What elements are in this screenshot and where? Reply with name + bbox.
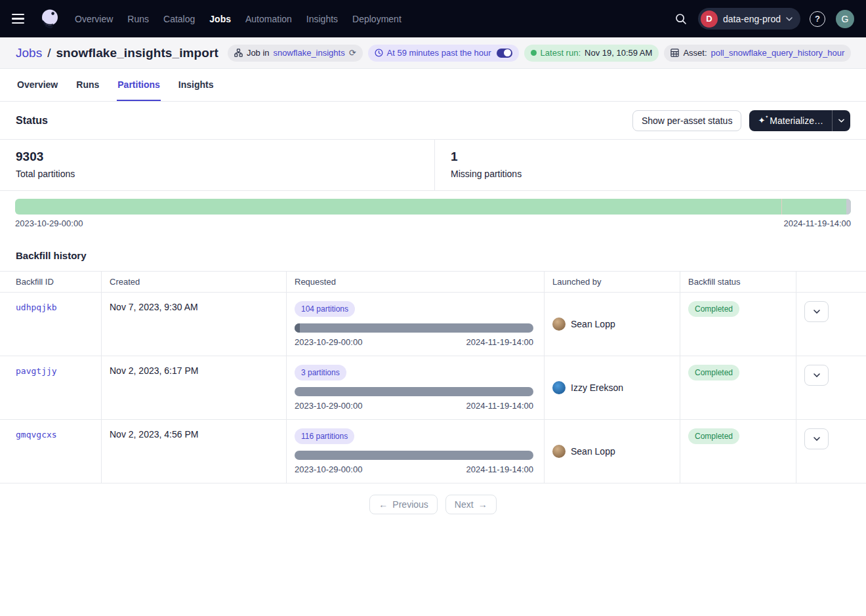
run-status-dot <box>531 50 537 56</box>
status-badge: Completed <box>688 301 739 317</box>
job-location-badge: Job in snowflake_insights ⟳ <box>228 45 363 62</box>
total-partitions-value: 9303 <box>16 150 419 164</box>
schedule-badge: At 59 minutes past the hour <box>368 45 519 62</box>
total-partitions-label: Total partitions <box>16 169 419 179</box>
table-row: gmqvgcxs Nov 2, 2023, 4:56 PM 116 partit… <box>0 420 866 483</box>
requested-partitions-badge: 104 partitions <box>295 301 355 317</box>
launched-by-name: Izzy Erekson <box>571 382 623 393</box>
avatar <box>552 381 566 394</box>
stat-missing-partitions: 1 Missing partitions <box>435 140 537 190</box>
nav-item-catalog[interactable]: Catalog <box>163 14 195 24</box>
asset-label: Asset: <box>683 48 707 58</box>
next-label: Next <box>455 499 474 510</box>
missing-partitions-value: 1 <box>451 150 522 164</box>
breadcrumb-jobs-link[interactable]: Jobs <box>16 46 42 60</box>
arrow-right-icon: → <box>478 499 487 510</box>
chevron-down-icon <box>814 437 820 441</box>
timeline-labels: 2023-10-29-00:00 2024-11-19-14:00 <box>15 218 851 228</box>
dagster-octopus-icon <box>38 7 62 31</box>
job-in-label: Job in <box>247 48 270 58</box>
hamburger-menu-icon[interactable] <box>12 9 31 29</box>
requested-range-bar[interactable] <box>295 451 533 460</box>
requested-segment <box>295 323 300 333</box>
partition-boundary-marker <box>781 199 782 215</box>
nav-item-runs[interactable]: Runs <box>127 14 149 24</box>
job-tabs: Overview Runs Partitions Insights <box>0 69 866 102</box>
missing-partition-segment <box>846 199 851 215</box>
next-page-button[interactable]: Next → <box>445 495 497 514</box>
backfill-history-title: Backfill history <box>0 228 866 271</box>
requested-range-labels: 2023-10-29-00:00 2024-11-19-14:00 <box>295 464 533 474</box>
backfill-id-link[interactable]: udhpqjkb <box>16 302 57 312</box>
asset-table-icon <box>670 49 679 57</box>
range-end-label: 2024-11-19-14:00 <box>466 337 533 347</box>
status-badge: Completed <box>688 365 739 380</box>
column-header-backfill-status: Backfill status <box>680 272 796 292</box>
column-header-created: Created <box>102 272 287 292</box>
backfill-id-link[interactable]: gmqvgcxs <box>16 430 57 440</box>
nav-item-overview[interactable]: Overview <box>75 14 113 24</box>
show-per-asset-status-button[interactable]: Show per-asset status <box>632 110 742 131</box>
nav-item-insights[interactable]: Insights <box>306 14 338 24</box>
row-actions-button[interactable] <box>804 428 829 449</box>
materialize-label: Materialize… <box>770 115 823 126</box>
tab-runs[interactable]: Runs <box>75 69 100 101</box>
tab-insights[interactable]: Insights <box>178 69 215 101</box>
requested-range-bar[interactable] <box>295 323 533 333</box>
created-timestamp: Nov 7, 2023, 9:30 AM <box>110 302 198 312</box>
chevron-down-icon <box>838 119 844 123</box>
timeline-end-label: 2024-11-19-14:00 <box>784 218 851 228</box>
user-avatar[interactable]: G <box>836 10 854 28</box>
tab-overview[interactable]: Overview <box>16 69 58 101</box>
nav-item-jobs[interactable]: Jobs <box>209 14 231 24</box>
range-start-label: 2023-10-29-00:00 <box>295 337 362 347</box>
tab-partitions[interactable]: Partitions <box>117 69 161 101</box>
requested-range-labels: 2023-10-29-00:00 2024-11-19-14:00 <box>295 401 533 411</box>
job-graph-icon <box>234 49 243 57</box>
launched-by-name: Sean Lopp <box>571 446 615 457</box>
nav-item-deployment[interactable]: Deployment <box>352 14 402 24</box>
deployment-switcher[interactable]: D data-eng-prod <box>698 8 800 30</box>
breadcrumb-separator: / <box>47 46 51 60</box>
previous-label: Previous <box>392 499 428 510</box>
backfill-history-table: Backfill ID Created Requested Launched b… <box>0 271 866 483</box>
help-button[interactable]: ? <box>810 11 825 27</box>
search-button[interactable] <box>674 12 688 26</box>
latest-run-label: Latest run: <box>541 48 581 58</box>
code-location-link[interactable]: snowflake_insights <box>274 48 345 58</box>
partition-health-timeline: 2023-10-29-00:00 2024-11-19-14:00 <box>0 191 866 228</box>
materialize-dropdown-button[interactable] <box>832 110 850 131</box>
latest-run-badge: Latest run: Nov 19, 10:59 AM <box>524 45 659 62</box>
nav-item-automation[interactable]: Automation <box>245 14 292 24</box>
range-start-label: 2023-10-29-00:00 <box>295 464 362 474</box>
status-section-title: Status <box>16 115 632 127</box>
main-nav: Overview Runs Catalog Jobs Automation In… <box>75 14 402 24</box>
backfill-id-link[interactable]: pavgtjjy <box>16 366 57 376</box>
launched-by-name: Sean Lopp <box>571 319 615 329</box>
requested-range-bar[interactable] <box>295 387 533 396</box>
materialize-split-button: ✦ Materialize… <box>749 110 850 131</box>
column-header-requested: Requested <box>287 272 545 292</box>
help-icon: ? <box>815 14 820 24</box>
column-header-launched-by: Launched by <box>545 272 680 292</box>
schedule-toggle[interactable] <box>497 49 512 58</box>
row-actions-button[interactable] <box>804 301 829 322</box>
chevron-down-icon <box>814 373 820 377</box>
requested-partitions-badge: 116 partitions <box>295 428 354 444</box>
user-initial: G <box>842 14 849 24</box>
chevron-down-icon <box>786 17 793 21</box>
chevron-down-icon <box>814 310 820 314</box>
row-actions-button[interactable] <box>804 365 829 386</box>
search-icon <box>674 12 688 26</box>
previous-page-button[interactable]: ← Previous <box>369 495 437 514</box>
refresh-icon[interactable]: ⟳ <box>349 49 356 57</box>
asset-link[interactable]: poll_snowflake_query_history_hour <box>711 48 845 58</box>
table-row: udhpqjkb Nov 7, 2023, 9:30 AM 104 partit… <box>0 293 866 356</box>
missing-partitions-label: Missing partitions <box>451 169 522 179</box>
dagster-logo[interactable] <box>38 7 62 31</box>
materialize-button[interactable]: ✦ Materialize… <box>749 110 832 131</box>
latest-run-value: Nov 19, 10:59 AM <box>585 48 652 58</box>
partition-status-bar[interactable] <box>15 199 851 215</box>
table-row: pavgtjjy Nov 2, 2023, 6:17 PM 3 partitio… <box>0 356 866 420</box>
deployment-name: data-eng-prod <box>723 14 781 24</box>
